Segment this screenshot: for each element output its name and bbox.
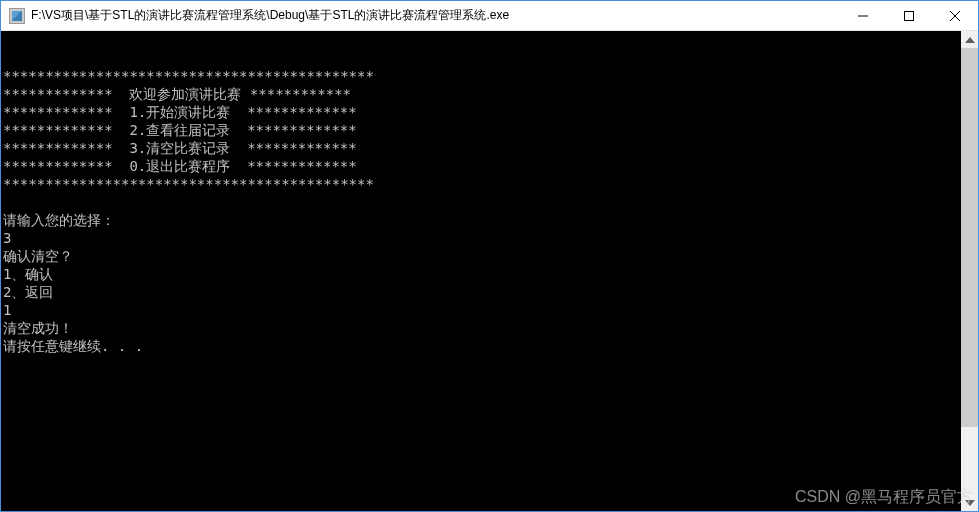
console-area: ****************************************… <box>1 31 978 511</box>
console-output: ****************************************… <box>3 67 978 355</box>
scroll-down-button[interactable] <box>961 494 978 511</box>
minimize-button[interactable] <box>840 1 886 30</box>
app-icon <box>9 8 25 24</box>
window-title: F:\VS项目\基于STL的演讲比赛流程管理系统\Debug\基于STL的演讲比… <box>31 7 840 24</box>
vertical-scrollbar[interactable] <box>961 31 978 511</box>
close-button[interactable] <box>932 1 978 30</box>
titlebar: F:\VS项目\基于STL的演讲比赛流程管理系统\Debug\基于STL的演讲比… <box>1 1 978 31</box>
scroll-track[interactable] <box>961 48 978 494</box>
window-controls <box>840 1 978 30</box>
scroll-up-button[interactable] <box>961 31 978 48</box>
scroll-thumb[interactable] <box>961 48 978 427</box>
maximize-button[interactable] <box>886 1 932 30</box>
window: F:\VS项目\基于STL的演讲比赛流程管理系统\Debug\基于STL的演讲比… <box>0 0 979 512</box>
svg-rect-0 <box>905 11 914 20</box>
